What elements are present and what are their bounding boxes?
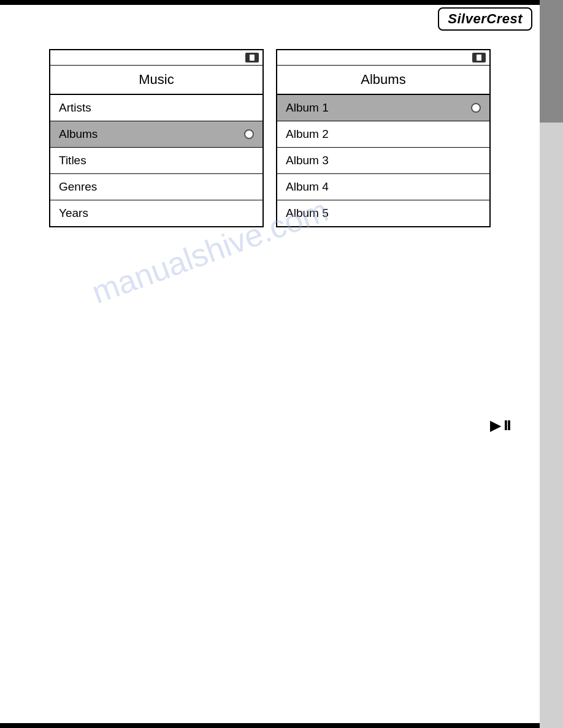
albums-item-3[interactable]: Album 3	[277, 148, 489, 174]
albums-item-1-label: Album 1	[286, 101, 329, 115]
brand-logo: SilverCrest	[448, 11, 523, 26]
logo-box: SilverCrest	[438, 7, 532, 31]
top-bar	[0, 0, 540, 5]
albums-item-2[interactable]: Album 2	[277, 121, 489, 148]
bottom-bar	[0, 723, 540, 728]
albums-panel-title: Albums	[277, 66, 489, 95]
albums-item-4-label: Album 4	[286, 180, 329, 194]
albums-panel-icon	[472, 53, 486, 63]
music-panel-title: Music	[50, 66, 262, 95]
albums-item-5[interactable]: Album 5	[277, 200, 489, 226]
music-item-genres-label: Genres	[59, 180, 97, 194]
music-item-albums-label: Albums	[59, 127, 98, 141]
albums-item-3-label: Album 3	[286, 154, 329, 167]
music-item-titles-label: Titles	[59, 154, 86, 167]
music-item-artists-label: Artists	[59, 101, 91, 115]
right-strip	[540, 0, 563, 728]
music-item-years-label: Years	[59, 207, 88, 220]
albums-panel: Albums Album 1 Album 2 Album 3 Album 4 A…	[276, 49, 491, 227]
albums-item-4[interactable]: Album 4	[277, 174, 489, 200]
music-panel-icon-inner	[250, 55, 255, 61]
music-item-years[interactable]: Years	[50, 200, 262, 226]
music-panel: Music Artists Albums Titles Genres Years	[49, 49, 264, 227]
albums-item-5-label: Album 5	[286, 207, 329, 220]
music-item-genres[interactable]: Genres	[50, 174, 262, 200]
right-strip-light	[540, 123, 563, 728]
play-pause-icon: ▶⏸	[490, 418, 514, 434]
albums-item-1[interactable]: Album 1	[277, 95, 489, 121]
logo-container: SilverCrest	[438, 7, 532, 31]
music-item-albums[interactable]: Albums	[50, 121, 262, 148]
music-item-titles[interactable]: Titles	[50, 148, 262, 174]
albums-item-2-label: Album 2	[286, 127, 329, 141]
albums-panel-header-row	[277, 50, 489, 66]
music-panel-header-row	[50, 50, 262, 66]
music-panel-icon	[245, 53, 259, 63]
music-item-albums-dot	[244, 129, 254, 139]
albums-panel-icon-inner	[477, 55, 481, 61]
albums-item-1-dot	[471, 103, 481, 113]
music-item-artists[interactable]: Artists	[50, 95, 262, 121]
right-strip-dark	[540, 0, 563, 123]
panels-container: Music Artists Albums Titles Genres Years…	[49, 49, 491, 227]
